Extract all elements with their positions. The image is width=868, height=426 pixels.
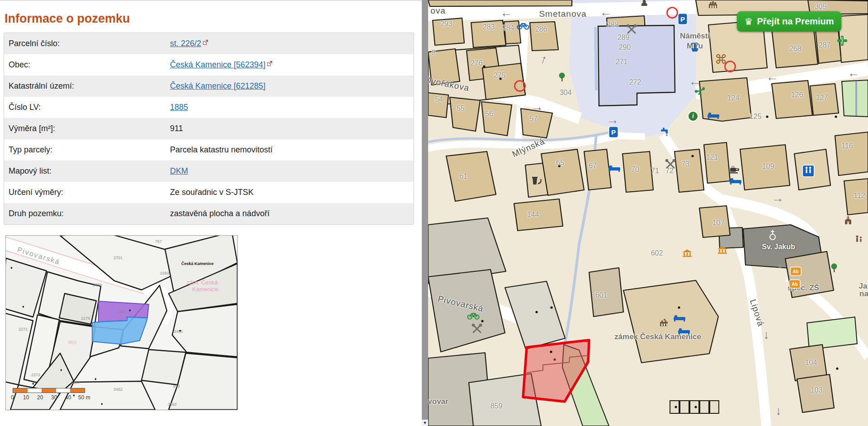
minimap-parcel-number: 3462 [113,387,123,392]
place-label: Náměstí [680,32,710,41]
pharmacy-icon [837,35,848,46]
table-row: Typ parcely:Parcela katastru nemovitostí [4,139,414,161]
premium-button-label: Přejít na Premium [757,16,834,27]
tree-symbol: ♦ [22,304,24,309]
tree-symbol: ♦ [101,402,103,406]
tree-symbol: ♦ [73,393,75,398]
row-label: Číslo LV: [9,103,41,112]
screen: Informace o pozemku Parcelní číslo:st. 2… [0,0,868,426]
parcel-info-table: Parcelní číslo:st. 226/2Obec:Česká Kamen… [4,33,414,225]
parcel-number: 287 [819,41,831,49]
scale-segment [70,388,85,393]
minimap-castle-label: Kamenice [192,286,218,293]
red-circle-icon [666,7,678,19]
row-value: Parcela katastru nemovitostí [170,145,273,155]
bed-icon [609,165,620,172]
drink-icon [532,176,542,185]
coffee-icon [729,166,740,174]
table-row: Druh pozemku:zastavěná plocha a nádvoří [4,203,414,224]
faucet-icon [660,128,670,136]
minimap-parcel-number: 3459 [93,283,102,287]
figures-icon [854,235,863,243]
minimap-parcel-number: 2292 [160,271,169,275]
parcel-info-panel: Informace o pozemku Parcelní číslo:st. 2… [0,0,422,426]
parcel-number: 305 [815,3,827,11]
map-viewport[interactable]: ovaSmetanovaDvořákovaMlýnskáPivovarskáLi… [428,0,868,426]
parcel-number: 859 [491,402,503,410]
external-link-icon [201,39,208,48]
parcel-number: 8 [432,49,436,57]
arrow-left-icon: ← [600,12,612,14]
minimap-parcel-number: 2276 [81,316,90,321]
parcel-number: 127 [816,94,828,102]
row-value-link[interactable]: DKM [170,166,188,176]
scale-tick: 10 [23,394,29,401]
parcel-number: 276 [471,59,483,67]
premium-button[interactable]: ♛ Přejít na Premium [737,11,841,32]
parcel-number: 126 [791,91,803,99]
wc-icon [803,166,814,176]
tree-symbol: ♦ [60,368,62,372]
tree-symbol: ♦ [179,328,181,333]
parcel-number: 121 [706,153,718,161]
parcel-number: 56 [485,110,493,118]
tree-symbol: ♦ [10,265,13,270]
row-label: Parcelní číslo: [9,39,60,48]
parcel-number: 601 [595,291,608,299]
parcel-number: 112 [854,192,865,200]
parcel-number: 271 [616,58,628,66]
scrollbar-down-button[interactable]: ▼ [422,420,428,426]
scale-segment [28,388,42,393]
place-label: vovar [428,397,448,406]
minimap-parcel-number: 852 [173,384,180,388]
parcel-number: 70 [631,166,639,174]
cadastral-minimap[interactable]: PivovarskáČeská Kamenicezám. ČeskáKameni… [5,235,238,410]
external-link-icon [265,60,273,69]
bicycle-icon [517,22,529,30]
minimap-parcel-number: 859 [68,340,76,345]
statue-icon: ♟ [640,0,649,8]
parcel-number: 71 [651,167,659,175]
parcel-number: 304 [560,89,572,97]
row-value-link[interactable]: Česká Kamenice [621285] [170,81,265,91]
church-icon [844,216,853,224]
row-value-link[interactable]: 1885 [170,103,188,112]
arrow-left-icon: ← [500,13,513,14]
street-label: Smetanova [539,9,586,19]
place-label: na [859,289,868,298]
arrow-left-icon: ← [776,265,788,266]
row-value-link[interactable]: Česká Kamenice [562394] [170,60,273,70]
info-icon: i [688,111,698,122]
museum-icon [717,246,727,254]
minimap-parcel-number: 2202 [117,309,126,314]
scale-segment [42,388,56,393]
row-value-link[interactable]: st. 226/2 [170,39,208,48]
bed-icon [674,314,685,322]
scale-segment [56,388,71,393]
table-row: Parcelní číslo:st. 226/2 [4,33,414,54]
arrow-down-icon: ↓ [763,335,769,336]
bed-icon [678,327,690,335]
parcel-number: 290 [619,43,631,52]
arrow-right-icon: → [772,198,784,200]
vertical-scrollbar[interactable]: ▼ [422,0,428,426]
crossed-tools-icon [665,159,676,170]
school-icon: Ab [791,268,801,275]
parcel-number: 284 [502,24,514,32]
parcel-number: 275 [494,71,506,80]
row-label: Určení výměry: [9,188,63,197]
scale-tick: 50 m [78,394,90,401]
table-row: Mapový list:DKM [4,161,414,182]
table-row: Katastrální území:Česká Kamenice [621285… [4,76,414,97]
row-label: Výměra [m²]: [9,124,55,133]
row-label: Typ parcely: [9,145,52,155]
museum-icon [682,250,692,257]
parcel-number: 103 [811,386,823,394]
parcel-number: 144 [527,211,539,219]
arrow-right-icon: → [531,107,543,109]
tree-icon [558,72,566,82]
minimap-parcel-number: 3467 [71,380,80,385]
row-value: 911 [170,124,183,133]
cyclist-icon [467,312,480,320]
parcel-number: 602 [651,249,663,257]
